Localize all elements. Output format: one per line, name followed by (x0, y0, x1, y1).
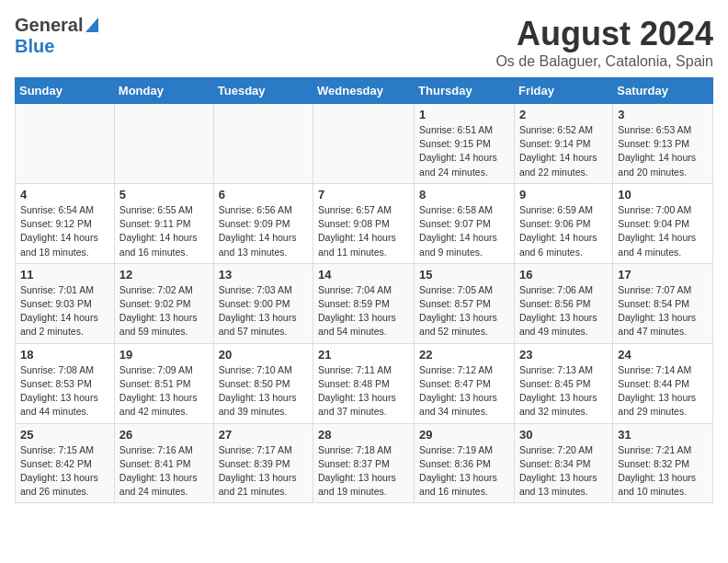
calendar-cell: 25Sunrise: 7:15 AM Sunset: 8:42 PM Dayli… (16, 423, 115, 503)
day-detail: Sunrise: 7:06 AM Sunset: 8:56 PM Dayligh… (519, 283, 608, 339)
day-detail: Sunrise: 6:57 AM Sunset: 9:08 PM Dayligh… (318, 203, 409, 259)
page-header: General Blue August 2024 Os de Balaguer,… (15, 15, 713, 70)
day-number: 31 (618, 428, 708, 442)
calendar-cell: 6Sunrise: 6:56 AM Sunset: 9:09 PM Daylig… (213, 183, 313, 263)
day-number: 9 (519, 188, 608, 201)
header-tuesday: Tuesday (213, 78, 313, 104)
day-detail: Sunrise: 6:51 AM Sunset: 9:15 PM Dayligh… (419, 123, 509, 179)
day-number: 16 (519, 268, 608, 282)
day-number: 17 (618, 268, 708, 282)
day-detail: Sunrise: 7:05 AM Sunset: 8:57 PM Dayligh… (419, 283, 509, 339)
calendar-cell: 26Sunrise: 7:16 AM Sunset: 8:41 PM Dayli… (114, 423, 213, 503)
calendar-cell (114, 104, 213, 184)
calendar-cell: 5Sunrise: 6:55 AM Sunset: 9:11 PM Daylig… (114, 183, 213, 263)
day-detail: Sunrise: 7:07 AM Sunset: 8:54 PM Dayligh… (618, 283, 708, 339)
day-number: 13 (219, 268, 308, 282)
calendar-cell: 19Sunrise: 7:09 AM Sunset: 8:51 PM Dayli… (114, 343, 213, 423)
day-number: 27 (219, 428, 308, 442)
calendar-cell: 22Sunrise: 7:12 AM Sunset: 8:47 PM Dayli… (415, 343, 515, 423)
day-number: 7 (318, 188, 409, 201)
day-number: 1 (419, 108, 509, 121)
calendar-cell: 14Sunrise: 7:04 AM Sunset: 8:59 PM Dayli… (313, 263, 415, 343)
header-friday: Friday (514, 78, 612, 104)
calendar-cell: 10Sunrise: 7:00 AM Sunset: 9:04 PM Dayli… (613, 183, 713, 263)
day-number: 11 (20, 268, 109, 282)
day-detail: Sunrise: 6:52 AM Sunset: 9:14 PM Dayligh… (519, 123, 608, 179)
header-monday: Monday (114, 78, 213, 104)
calendar-cell: 4Sunrise: 6:54 AM Sunset: 9:12 PM Daylig… (16, 183, 115, 263)
day-detail: Sunrise: 6:53 AM Sunset: 9:13 PM Dayligh… (618, 123, 708, 179)
calendar-cell: 23Sunrise: 7:13 AM Sunset: 8:45 PM Dayli… (514, 343, 612, 423)
calendar-cell: 16Sunrise: 7:06 AM Sunset: 8:56 PM Dayli… (514, 263, 612, 343)
calendar-cell: 17Sunrise: 7:07 AM Sunset: 8:54 PM Dayli… (613, 263, 713, 343)
calendar-cell: 18Sunrise: 7:08 AM Sunset: 8:53 PM Dayli… (16, 343, 115, 423)
calendar-cell: 15Sunrise: 7:05 AM Sunset: 8:57 PM Dayli… (415, 263, 515, 343)
day-detail: Sunrise: 7:00 AM Sunset: 9:04 PM Dayligh… (618, 203, 708, 259)
day-number: 10 (618, 188, 708, 201)
day-number: 24 (618, 348, 708, 362)
day-number: 5 (119, 188, 209, 201)
header-sunday: Sunday (16, 78, 115, 104)
day-detail: Sunrise: 7:17 AM Sunset: 8:39 PM Dayligh… (219, 443, 308, 500)
day-detail: Sunrise: 7:08 AM Sunset: 8:53 PM Dayligh… (20, 363, 109, 419)
logo-blue: Blue (15, 36, 54, 56)
calendar-cell: 21Sunrise: 7:11 AM Sunset: 8:48 PM Dayli… (313, 343, 415, 423)
calendar-cell: 28Sunrise: 7:18 AM Sunset: 8:37 PM Dayli… (313, 423, 415, 503)
day-number: 29 (419, 428, 509, 442)
calendar-cell: 8Sunrise: 6:58 AM Sunset: 9:07 PM Daylig… (415, 183, 515, 263)
day-detail: Sunrise: 6:58 AM Sunset: 9:07 PM Dayligh… (419, 203, 509, 259)
calendar-cell: 29Sunrise: 7:19 AM Sunset: 8:36 PM Dayli… (415, 423, 515, 503)
day-number: 12 (119, 268, 209, 282)
day-detail: Sunrise: 6:56 AM Sunset: 9:09 PM Dayligh… (219, 203, 308, 259)
calendar-cell: 11Sunrise: 7:01 AM Sunset: 9:03 PM Dayli… (16, 263, 115, 343)
day-number: 18 (20, 348, 109, 362)
calendar-cell: 27Sunrise: 7:17 AM Sunset: 8:39 PM Dayli… (213, 423, 313, 503)
day-number: 4 (20, 188, 109, 201)
calendar-week-3: 11Sunrise: 7:01 AM Sunset: 9:03 PM Dayli… (16, 263, 713, 343)
day-detail: Sunrise: 7:19 AM Sunset: 8:36 PM Dayligh… (419, 443, 509, 500)
logo-triangle-icon (85, 17, 98, 36)
calendar-cell: 30Sunrise: 7:20 AM Sunset: 8:34 PM Dayli… (514, 423, 612, 503)
day-detail: Sunrise: 7:21 AM Sunset: 8:32 PM Dayligh… (618, 443, 708, 500)
calendar-cell: 1Sunrise: 6:51 AM Sunset: 9:15 PM Daylig… (415, 104, 515, 184)
day-number: 19 (119, 348, 209, 362)
day-number: 25 (20, 428, 109, 442)
calendar-cell: 12Sunrise: 7:02 AM Sunset: 9:02 PM Dayli… (114, 263, 213, 343)
calendar-cell: 31Sunrise: 7:21 AM Sunset: 8:32 PM Dayli… (613, 423, 713, 503)
day-number: 21 (318, 348, 409, 362)
day-detail: Sunrise: 7:04 AM Sunset: 8:59 PM Dayligh… (318, 283, 409, 339)
day-detail: Sunrise: 7:11 AM Sunset: 8:48 PM Dayligh… (318, 363, 409, 419)
calendar-cell: 20Sunrise: 7:10 AM Sunset: 8:50 PM Dayli… (213, 343, 313, 423)
day-detail: Sunrise: 7:10 AM Sunset: 8:50 PM Dayligh… (219, 363, 308, 419)
day-detail: Sunrise: 7:16 AM Sunset: 8:41 PM Dayligh… (119, 443, 209, 500)
day-detail: Sunrise: 7:14 AM Sunset: 8:44 PM Dayligh… (618, 363, 708, 419)
day-number: 22 (419, 348, 509, 362)
logo: General Blue (15, 15, 98, 57)
day-detail: Sunrise: 7:15 AM Sunset: 8:42 PM Dayligh… (20, 443, 109, 500)
title-area: August 2024 Os de Balaguer, Catalonia, S… (495, 15, 713, 70)
day-detail: Sunrise: 6:59 AM Sunset: 9:06 PM Dayligh… (519, 203, 608, 259)
calendar-cell: 2Sunrise: 6:52 AM Sunset: 9:14 PM Daylig… (514, 104, 612, 184)
day-detail: Sunrise: 7:02 AM Sunset: 9:02 PM Dayligh… (119, 283, 209, 339)
day-number: 20 (219, 348, 308, 362)
header-thursday: Thursday (415, 78, 515, 104)
calendar-week-1: 1Sunrise: 6:51 AM Sunset: 9:15 PM Daylig… (16, 104, 713, 184)
day-detail: Sunrise: 7:13 AM Sunset: 8:45 PM Dayligh… (519, 363, 608, 419)
header-wednesday: Wednesday (313, 78, 415, 104)
header-saturday: Saturday (613, 78, 713, 104)
day-detail: Sunrise: 7:03 AM Sunset: 9:00 PM Dayligh… (219, 283, 308, 339)
day-number: 15 (419, 268, 509, 282)
day-number: 28 (318, 428, 409, 442)
day-detail: Sunrise: 7:18 AM Sunset: 8:37 PM Dayligh… (318, 443, 409, 500)
day-number: 26 (119, 428, 209, 442)
calendar-cell (213, 104, 313, 184)
day-detail: Sunrise: 7:12 AM Sunset: 8:47 PM Dayligh… (419, 363, 509, 419)
day-number: 30 (519, 428, 608, 442)
calendar-cell: 24Sunrise: 7:14 AM Sunset: 8:44 PM Dayli… (613, 343, 713, 423)
calendar-cell (16, 104, 115, 184)
calendar-cell: 13Sunrise: 7:03 AM Sunset: 9:00 PM Dayli… (213, 263, 313, 343)
day-detail: Sunrise: 7:01 AM Sunset: 9:03 PM Dayligh… (20, 283, 109, 339)
day-number: 23 (519, 348, 608, 362)
calendar-cell (313, 104, 415, 184)
svg-marker-0 (85, 17, 98, 32)
